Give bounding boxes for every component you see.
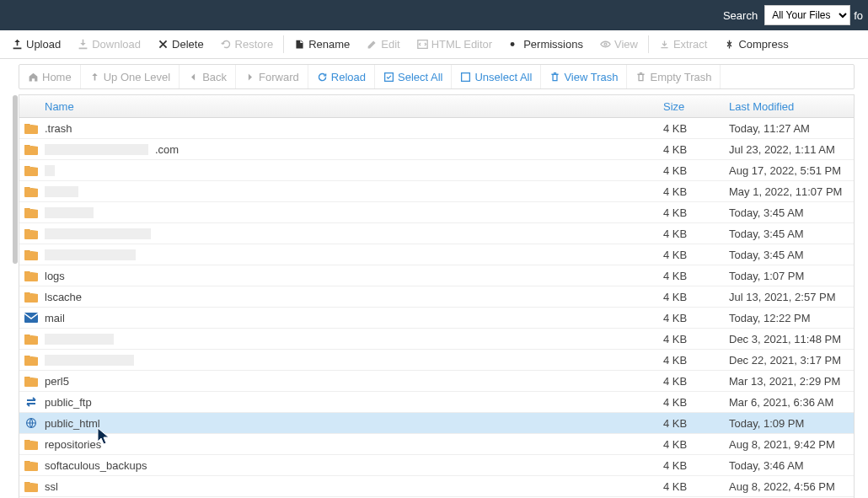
download-button[interactable]: Download [69, 30, 149, 58]
nav-toolbar: Home Up One Level Back Forward Reload Se… [19, 64, 855, 89]
file-modified: Today, 1:09 PM [727, 417, 854, 430]
file-name: .trash [45, 122, 72, 135]
file-modified: Mar 6, 2021, 6:36 AM [727, 396, 854, 409]
search-scope-select[interactable]: All Your Files [764, 5, 850, 25]
table-row[interactable]: 4 KBDec 22, 2021, 3:17 PM [19, 350, 854, 371]
folder-icon [24, 480, 38, 492]
file-name: ssl [45, 480, 58, 493]
file-modified: Mar 13, 2021, 2:29 PM [727, 375, 854, 388]
reload-icon [317, 72, 328, 83]
unselect-all-button[interactable]: Unselect All [452, 65, 541, 88]
table-row[interactable]: repositories4 KBAug 8, 2021, 9:42 PM [19, 434, 854, 455]
table-row[interactable]: 4 KBDec 3, 2021, 11:48 PM [19, 329, 854, 350]
col-modified-header[interactable]: Last Modified [727, 100, 854, 113]
table-row[interactable]: mail4 KBToday, 12:22 PM [19, 308, 854, 329]
table-row[interactable]: softaculous_backups4 KBToday, 3:46 AM [19, 455, 854, 476]
view-trash-button[interactable]: View Trash [541, 65, 627, 88]
permissions-icon [509, 39, 520, 50]
permissions-button[interactable]: Permissions [501, 30, 592, 58]
file-name: public_html [45, 417, 100, 430]
up-one-level-button[interactable]: Up One Level [81, 65, 180, 88]
empty-trash-button[interactable]: Empty Trash [627, 65, 721, 88]
restore-button[interactable]: Restore [212, 30, 282, 58]
view-button[interactable]: View [592, 30, 646, 58]
file-name: public_ftp [45, 396, 92, 409]
file-modified: May 1, 2022, 11:07 PM [727, 185, 854, 198]
select-all-button[interactable]: Select All [375, 65, 452, 88]
html-editor-button[interactable]: HTML Editor [409, 30, 501, 58]
grid-body: .trash4 KBToday, 11:27 AM.com4 KBJul 23,… [19, 118, 854, 498]
table-row[interactable]: .trash4 KBToday, 11:27 AM [19, 118, 854, 139]
file-modified: Jul 13, 2021, 2:57 PM [727, 291, 854, 303]
extract-button[interactable]: Extract [651, 30, 715, 58]
folder-icon [24, 333, 38, 345]
redacted-text [45, 165, 55, 176]
folder-icon [24, 122, 38, 134]
home-button[interactable]: Home [19, 65, 81, 88]
folder-icon [24, 206, 38, 218]
table-row[interactable]: lscache4 KBJul 13, 2021, 2:57 PM [19, 286, 854, 308]
back-icon [188, 72, 199, 83]
folder-icon [24, 270, 38, 281]
file-name: .com [155, 143, 179, 156]
table-row[interactable]: 4 KBMay 1, 2022, 11:07 PM [19, 181, 854, 202]
file-name: lscache [45, 291, 82, 303]
unselect-all-icon [460, 72, 471, 83]
back-button[interactable]: Back [179, 65, 236, 88]
globe-icon [24, 417, 38, 429]
upload-button[interactable]: Upload [3, 30, 69, 58]
folder-icon [24, 354, 38, 366]
file-size: 4 KB [663, 312, 727, 324]
folder-icon [24, 375, 38, 387]
redacted-text [45, 334, 114, 345]
compress-button[interactable]: Compress [715, 30, 796, 58]
file-modified: Today, 3:45 AM [727, 228, 854, 240]
download-icon [78, 39, 88, 50]
edit-button[interactable]: Edit [358, 30, 408, 58]
separator [648, 35, 649, 53]
table-row[interactable]: 4 KBToday, 3:45 AM [19, 202, 854, 223]
table-row[interactable]: 4 KBAug 17, 2022, 5:51 PM [19, 160, 854, 181]
table-row[interactable]: public_html4 KBToday, 1:09 PM [19, 413, 854, 434]
empty-trash-icon [635, 72, 646, 83]
file-modified: Today, 12:22 PM [727, 312, 854, 324]
table-row[interactable]: .com4 KBJul 23, 2022, 1:11 AM [19, 139, 854, 160]
folder-icon [24, 438, 38, 450]
up-icon [89, 72, 100, 83]
file-size: 4 KB [663, 375, 727, 388]
partial-text: fo [854, 9, 863, 22]
rename-button[interactable]: Rename [286, 30, 358, 58]
folder-icon [24, 143, 38, 155]
redacted-text [45, 144, 148, 155]
col-name-header[interactable]: Name [19, 100, 663, 113]
file-grid: Name Size Last Modified .trash4 KBToday,… [19, 94, 855, 498]
file-modified: Today, 3:45 AM [727, 249, 854, 261]
file-modified: Today, 3:46 AM [727, 459, 854, 472]
table-row[interactable]: 4 KBToday, 3:45 AM [19, 244, 854, 265]
grid-header[interactable]: Name Size Last Modified [19, 95, 854, 118]
upload-icon [12, 39, 23, 50]
table-row[interactable]: perl54 KBMar 13, 2021, 2:29 PM [19, 371, 854, 392]
delete-button[interactable]: Delete [149, 30, 212, 58]
file-name: repositories [45, 438, 101, 451]
forward-button[interactable]: Forward [236, 65, 308, 88]
table-row[interactable]: 4 KBToday, 3:45 AM [19, 223, 854, 244]
table-row[interactable]: public_ftp4 KBMar 6, 2021, 6:36 AM [19, 392, 854, 413]
delete-icon [158, 39, 169, 50]
ftp-icon [24, 396, 38, 408]
separator [283, 35, 284, 53]
file-size: 4 KB [663, 459, 727, 472]
table-row[interactable]: ssl4 KBAug 8, 2022, 4:56 PM [19, 476, 854, 497]
folder-icon [24, 249, 38, 260]
file-size: 4 KB [663, 396, 727, 409]
file-name: logs [45, 270, 65, 282]
col-size-header[interactable]: Size [663, 100, 727, 113]
file-name: perl5 [45, 375, 69, 388]
file-modified: Aug 8, 2022, 4:56 PM [727, 480, 854, 493]
svg-rect-4 [462, 72, 470, 81]
reload-button[interactable]: Reload [308, 65, 375, 88]
file-size: 4 KB [663, 438, 727, 451]
table-row[interactable]: logs4 KBToday, 1:07 PM [19, 265, 854, 286]
redacted-text [45, 207, 94, 218]
scrollbar[interactable] [13, 95, 18, 264]
